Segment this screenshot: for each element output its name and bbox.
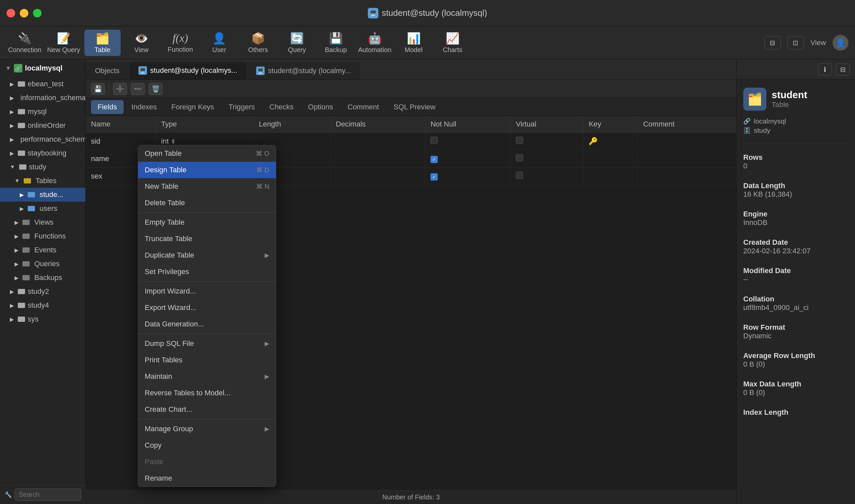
toolbar-user[interactable]: 👤 User <box>201 30 237 56</box>
ctx-maintain[interactable]: Maintain ▶ <box>138 368 276 385</box>
sidebar-item-information-schema[interactable]: ▶ information_schema <box>0 91 85 105</box>
ctx-dump-sql[interactable]: Dump SQL File ▶ <box>138 335 276 352</box>
ctx-import-wizard-label: Import Wizard... <box>145 287 196 295</box>
sidebar-item-student[interactable]: ▶ stude... <box>0 188 85 202</box>
maximize-button[interactable] <box>33 9 41 17</box>
sidebar: ▼ 🔗 localmysql ▶ ebean_test ▶ informatio… <box>0 59 86 504</box>
panel-divider <box>743 144 849 144</box>
sidebar-label: Views <box>34 218 53 227</box>
prop-engine-label: Engine <box>743 210 849 218</box>
sidebar-root[interactable]: ▼ 🔗 localmysql <box>0 59 85 77</box>
ctx-create-chart[interactable]: Create Chart... <box>138 401 276 418</box>
sidebar-item-events[interactable]: ▶ Events <box>0 243 85 257</box>
sidebar-item-staybooking[interactable]: ▶ staybooking <box>0 146 85 160</box>
right-panel-header: ℹ ⊟ <box>737 59 855 80</box>
folder-icon <box>22 234 30 239</box>
toolbar-connection[interactable]: 🔌 Connection <box>6 30 43 56</box>
ctx-empty-table[interactable]: Empty Table <box>138 214 276 231</box>
ctx-delete-table[interactable]: Delete Table <box>138 195 276 211</box>
ctx-open-table[interactable]: Open Table ⌘ O <box>138 145 276 162</box>
toolbar-view[interactable]: 👁️ View <box>123 30 159 56</box>
charts-icon: 📈 <box>446 32 459 45</box>
sidebar-item-mysql[interactable]: ▶ mysql <box>0 105 85 119</box>
db-icon <box>18 150 25 156</box>
sidebar-label: sys <box>28 315 38 323</box>
prop-rows-label: Rows <box>743 153 849 162</box>
ctx-rename[interactable]: Rename <box>138 470 276 487</box>
toolbar-others[interactable]: 📦 Others <box>240 30 276 56</box>
prop-rows-value: 0 <box>743 162 849 170</box>
toolbar-charts[interactable]: 📈 Charts <box>434 30 471 56</box>
expand-icon: ▶ <box>10 289 14 295</box>
ctx-maintain-label: Maintain <box>145 372 172 381</box>
search-icon: 🔧 <box>5 491 12 499</box>
sidebar-item-tables[interactable]: ▼ Tables <box>0 174 85 188</box>
sidebar-label: performance_schema <box>20 135 86 144</box>
prop-index-length-label: Index Length <box>743 408 849 417</box>
toolbar-function[interactable]: f(x) Function <box>162 30 198 56</box>
ctx-import-wizard[interactable]: Import Wizard... <box>138 283 276 300</box>
connection-meta-icon: 🔗 <box>743 118 751 125</box>
ctx-print-tables[interactable]: Print Tables <box>138 352 276 368</box>
ctx-export-wizard[interactable]: Export Wizard... <box>138 300 276 316</box>
sidebar-item-onlineorder[interactable]: ▶ onlineOrder <box>0 119 85 132</box>
panel-prop-index-length: Index Length <box>743 408 849 417</box>
ctx-new-table-label: New Table <box>145 182 178 191</box>
ctx-truncate-table-label: Truncate Table <box>145 235 192 243</box>
search-input[interactable] <box>15 488 81 501</box>
ctx-design-table[interactable]: Design Table ⌘ D <box>138 162 276 178</box>
sidebar-item-study2[interactable]: ▶ study2 <box>0 285 85 299</box>
context-menu-overlay[interactable]: Open Table ⌘ O Design Table ⌘ D New Tabl… <box>86 59 736 504</box>
ctx-reverse-tables[interactable]: Reverse Tables to Model... <box>138 385 276 401</box>
sidebar-label: onlineOrder <box>28 121 66 130</box>
ctx-copy[interactable]: Copy <box>138 437 276 454</box>
prop-collation-label: Collation <box>743 295 849 303</box>
toolbar-query[interactable]: 🔄 Query <box>279 30 315 56</box>
ctx-new-table-shortcut: ⌘ N <box>256 182 269 191</box>
sidebar-label: study <box>29 163 47 171</box>
toolbar-model[interactable]: 📊 Model <box>396 30 432 56</box>
toolbar-automation[interactable]: 🤖 Automation <box>356 30 393 56</box>
ctx-duplicate-table[interactable]: Duplicate Table ▶ <box>138 247 276 264</box>
ctx-delete-table-label: Delete Table <box>145 199 185 207</box>
sidebar-item-users[interactable]: ▶ users <box>0 202 85 215</box>
sidebar-item-backups[interactable]: ▶ Backups <box>0 271 85 285</box>
sidebar-item-study4[interactable]: ▶ study4 <box>0 299 85 312</box>
panel-prop-row-format: Row Format Dynamic <box>743 323 849 340</box>
toolbar-backup[interactable]: 💾 Backup <box>318 30 354 56</box>
sidebar-item-functions[interactable]: ▶ Functions <box>0 229 85 243</box>
ctx-dump-sql-label: Dump SQL File <box>145 339 194 348</box>
prop-modified-value: -- <box>743 275 849 284</box>
close-button[interactable] <box>6 9 15 17</box>
panel-toggle-button[interactable]: ⊟ <box>836 64 850 75</box>
toolbar-table[interactable]: 🗂️ Table <box>84 30 121 56</box>
toolbar-new-query[interactable]: 📝 New Query <box>46 30 82 56</box>
sidebar-item-queries[interactable]: ▶ Queries <box>0 257 85 271</box>
ctx-data-generation[interactable]: Data Generation... <box>138 316 276 332</box>
sidebar-item-views[interactable]: ▶ Views <box>0 215 85 229</box>
view-toggle-btn[interactable]: ⊟ <box>764 36 781 49</box>
sidebar-item-study[interactable]: ▼ study <box>0 160 85 174</box>
prop-created-label: Created Date <box>743 238 849 247</box>
prop-row-format-value: Dynamic <box>743 332 849 340</box>
sidebar-label: Tables <box>36 177 57 185</box>
db-icon <box>19 164 27 170</box>
panel-db-connection: 🔗 localmysql <box>743 117 849 125</box>
sidebar-item-sys[interactable]: ▶ sys <box>0 312 85 326</box>
ctx-manage-group[interactable]: Manage Group ▶ <box>138 421 276 437</box>
ctx-paste-label: Paste <box>145 457 163 466</box>
info-button[interactable]: ℹ <box>818 64 832 75</box>
prop-engine-value: InnoDB <box>743 218 849 227</box>
user-avatar[interactable]: 👤 <box>833 35 849 51</box>
main-toolbar: 🔌 Connection 📝 New Query 🗂️ Table 👁️ Vie… <box>0 26 855 59</box>
ctx-set-privileges[interactable]: Set Privileges <box>138 264 276 280</box>
sidebar-item-ebean-test[interactable]: ▶ ebean_test <box>0 77 85 91</box>
panel-table-name: student <box>772 89 807 101</box>
ctx-new-table[interactable]: New Table ⌘ N <box>138 178 276 195</box>
panel-prop-collation: Collation utf8mb4_0900_ai_ci <box>743 295 849 312</box>
sidebar-item-performance-schema[interactable]: ▶ performance_schema <box>0 132 85 146</box>
view-split-btn[interactable]: ⊡ <box>787 36 804 49</box>
expand-icon: ▶ <box>15 233 18 239</box>
ctx-truncate-table[interactable]: Truncate Table <box>138 231 276 247</box>
minimize-button[interactable] <box>20 9 28 17</box>
